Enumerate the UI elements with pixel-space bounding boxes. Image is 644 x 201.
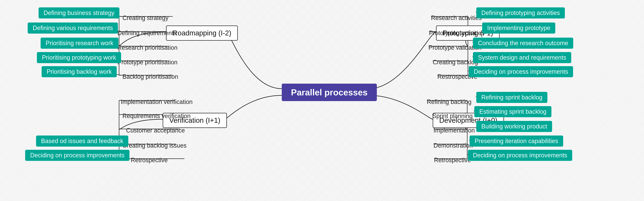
leaf-node-development-leaf-2: Building working product xyxy=(476,121,552,132)
leaf-node-verification-leaf-0: Based od issues and feedback xyxy=(36,135,128,147)
center-node: Parallel processes xyxy=(282,84,377,101)
leaf-node-prototyping-leaf-4: Deciding on process improvements xyxy=(469,66,573,77)
sub-node-verification-sub-4: Retrospective xyxy=(131,155,168,165)
sub-node-roadmapping-sub-4: Backlog prioritisation xyxy=(122,72,178,82)
sub-node-prototyping-sub-1: Prototyping activities xyxy=(429,28,484,38)
sub-node-roadmapping-sub-0: Creating strategy xyxy=(122,13,168,23)
sub-node-verification-sub-3: Creating backlog issues xyxy=(122,141,186,150)
sub-node-development-sub-0: Refining backlog xyxy=(427,97,472,107)
sub-node-verification-sub-0: Implementation verification xyxy=(121,97,192,107)
leaf-node-prototyping-leaf-3: System design and requirements xyxy=(473,52,571,63)
sub-node-prototyping-sub-0: Research activities xyxy=(431,13,482,23)
sub-node-development-sub-1: Sprint planning xyxy=(432,111,472,121)
sub-node-verification-sub-1: Requirements verification xyxy=(122,111,190,121)
leaf-node-development-leaf-0: Refining sprint backlog xyxy=(476,92,548,103)
leaf-node-development-leaf-1: Estimating sprint backlog xyxy=(474,106,552,117)
leaf-node-prototyping-leaf-2: Concluding the research outcome xyxy=(473,38,573,49)
leaf-node-prototyping-leaf-0: Defining prototyping activities xyxy=(476,8,565,19)
leaf-node-roadmapping-leaf-4: Prioritising backlog work xyxy=(42,66,117,77)
center-label: Parallel processes xyxy=(291,88,368,97)
sub-node-development-sub-2: Implementation xyxy=(434,126,475,135)
branch-roadmapping: Roadmapping (I-2) xyxy=(166,26,238,41)
sub-node-prototyping-sub-3: Creating backlog xyxy=(433,57,478,67)
roadmapping-label: Roadmapping (I-2) xyxy=(172,29,231,37)
leaf-node-prototyping-leaf-1: Implementing prototype xyxy=(482,23,555,34)
leaf-node-roadmapping-leaf-0: Defining business strategy xyxy=(38,8,120,19)
sub-node-roadmapping-sub-1: Defining requirements xyxy=(118,28,176,38)
sub-node-roadmapping-sub-2: Research prioritisation xyxy=(118,43,178,53)
sub-node-verification-sub-2: Customer acceptance xyxy=(126,126,185,135)
leaf-node-development-leaf-4: Deciding on process improvements xyxy=(468,150,572,161)
leaf-node-roadmapping-leaf-1: Defining various requirements xyxy=(28,23,118,34)
sub-node-development-sub-3: Demonstration xyxy=(434,141,473,150)
sub-node-development-sub-4: Retrospective xyxy=(434,155,471,165)
sub-node-roadmapping-sub-3: Prototype prioritisation xyxy=(118,57,178,67)
leaf-node-roadmapping-leaf-3: Prioritising prototyping work xyxy=(37,52,121,63)
leaf-node-development-leaf-3: Presenting iteration capabilities xyxy=(470,135,563,147)
leaf-node-roadmapping-leaf-2: Prioritising research work xyxy=(40,38,118,49)
leaf-node-verification-leaf-1: Deciding on process improvements xyxy=(25,150,130,161)
